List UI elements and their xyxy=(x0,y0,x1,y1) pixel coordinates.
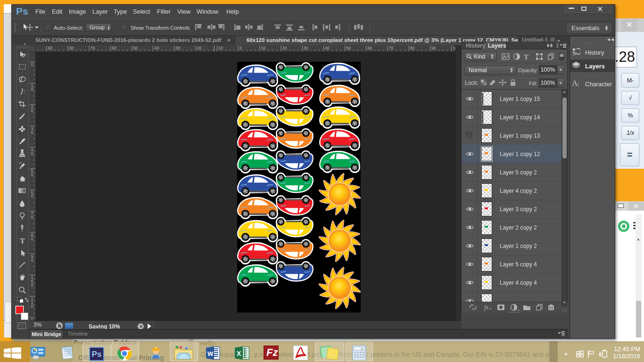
svg-text:20: 20 xyxy=(282,46,287,50)
svg-text:30: 30 xyxy=(175,46,180,50)
svg-text:0: 0 xyxy=(31,215,33,220)
svg-text:T: T xyxy=(524,53,528,61)
svg-text:0: 0 xyxy=(31,258,33,263)
svg-text:0: 0 xyxy=(31,283,33,288)
svg-text:0: 0 xyxy=(31,87,33,92)
svg-text:70: 70 xyxy=(91,46,95,50)
svg-text:90: 90 xyxy=(431,46,436,50)
svg-text:T: T xyxy=(20,237,25,245)
svg-text:0: 0 xyxy=(239,46,242,50)
svg-text:60: 60 xyxy=(112,46,116,50)
svg-text:90: 90 xyxy=(48,46,52,50)
svg-text:0: 0 xyxy=(31,151,33,156)
svg-text:50: 50 xyxy=(346,46,351,50)
svg-text:40: 40 xyxy=(154,46,159,50)
svg-text:70: 70 xyxy=(388,46,393,50)
svg-text:W: W xyxy=(207,350,214,357)
svg-text:50: 50 xyxy=(133,46,138,50)
svg-text:0: 0 xyxy=(31,130,33,135)
svg-text:0: 0 xyxy=(31,194,33,198)
svg-text:fx: fx xyxy=(484,304,489,311)
svg-text:10: 10 xyxy=(261,46,265,50)
svg-text:60: 60 xyxy=(367,46,372,50)
svg-text:X: X xyxy=(237,350,241,357)
svg-text:80: 80 xyxy=(69,46,74,50)
svg-text:10: 10 xyxy=(218,46,223,50)
svg-text:0: 0 xyxy=(31,62,33,67)
svg-text:80: 80 xyxy=(410,46,415,50)
svg-text:0: 0 xyxy=(31,237,33,241)
svg-text:20: 20 xyxy=(197,46,202,50)
svg-text:40: 40 xyxy=(325,46,330,50)
svg-text:30: 30 xyxy=(304,46,308,50)
svg-text:0: 0 xyxy=(31,173,33,177)
svg-text:0: 0 xyxy=(31,108,33,113)
svg-text:0: 0 xyxy=(31,304,33,309)
